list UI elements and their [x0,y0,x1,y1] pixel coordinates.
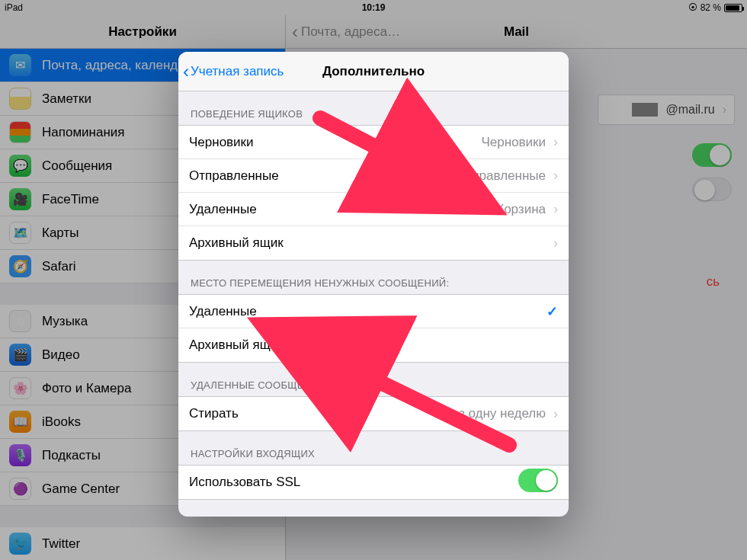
row-label: Удаленные [189,304,257,319]
row-label: Использовать SSL [189,475,300,490]
row-label: Архивный ящик [189,235,284,251]
row-label: Удаленные [189,202,257,217]
row-label: Стирать [189,406,239,421]
row-deleted[interactable]: Удаленные Корзина › [178,193,569,226]
row-value: Черновики [481,135,546,150]
toggle-ssl[interactable] [518,469,558,492]
row-value: Корзина [496,202,546,217]
row-move-archive[interactable]: Архивный ящик [178,328,569,362]
row-value: Отправленные [456,168,546,184]
row-label: Отправленные [189,168,279,184]
row-archive[interactable]: Архивный ящик › [178,226,569,260]
row-label: Черновики [189,135,254,150]
row-ssl: Использовать SSL [178,466,569,499]
row-sent[interactable]: Отправленные Отправленные › [178,159,569,193]
row-label: Архивный ящик [189,338,284,353]
group-mailbox-behavior: ПОВЕДЕНИЕ ЯЩИКОВ [178,91,569,125]
row-value: Через одну неделю [429,406,546,421]
advanced-popover: ‹ Учетная запись Дополнительно ПОВЕДЕНИЕ… [178,52,569,517]
row-drafts[interactable]: Черновики Черновики › [178,126,569,159]
row-erase[interactable]: Стирать Через одну неделю › [178,397,569,430]
chevron-right-icon: › [553,168,558,184]
chevron-right-icon: › [553,201,558,217]
chevron-right-icon: › [553,406,558,422]
chevron-right-icon: › [553,134,558,150]
checkmark-icon: ✓ [547,303,558,320]
row-move-deleted[interactable]: Удаленные ✓ [178,295,569,328]
popover-title: Дополнительно [178,64,569,79]
group-deleted-messages: УДАЛЕННЫЕ СООБЩЕНИЯ [178,363,569,396]
chevron-right-icon: › [553,235,558,251]
popover-header: ‹ Учетная запись Дополнительно [178,52,569,91]
group-incoming-settings: НАСТРОЙКИ ВХОДЯЩИХ [178,431,569,465]
group-move-discarded: МЕСТО ПЕРЕМЕЩЕНИЯ НЕНУЖНЫХ СООБЩЕНИЙ: [178,261,569,294]
